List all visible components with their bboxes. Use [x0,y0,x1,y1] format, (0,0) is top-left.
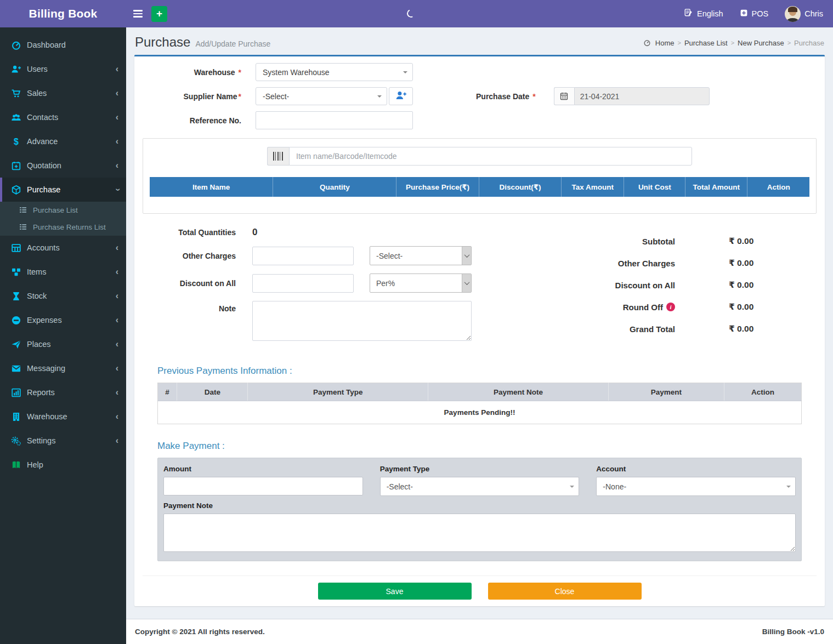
payment-note-label: Payment Note [163,501,796,510]
sidebar-item-contacts[interactable]: Contacts‹ [0,105,126,129]
chevron-left-icon: ‹ [116,436,118,445]
sidebar-item-advance[interactable]: $ Advance‹ [0,129,126,153]
app-logo[interactable]: Billing Book [0,0,126,27]
user-menu[interactable]: Chris [785,6,823,22]
minus-circle-icon [10,315,21,326]
payment-type-select[interactable]: -Select- [380,477,580,496]
pp-col-date: Date [177,383,248,401]
chevron-left-icon: ‹ [116,161,118,170]
sidebar-item-warehouse[interactable]: Warehouse‹ [0,404,126,429]
copyright-text: Copyright © 2021 All rights reserved. [135,628,265,636]
sidebar-item-purchase-list[interactable]: Purchase List [0,202,126,219]
supplier-label: Supplier Name* [143,92,241,101]
previous-payments-title: Previous Payments Information : [157,366,802,377]
breadcrumb-home[interactable]: Home [655,39,675,47]
table-icon [10,242,21,253]
caret-down-icon [786,486,791,490]
chevron-left-icon: ‹ [116,316,118,324]
close-button[interactable]: Close [488,583,642,600]
discount-type-select[interactable]: Per% [370,273,472,293]
breadcrumb: Home > Purchase List > New Purchase > Pu… [643,39,824,47]
save-button[interactable]: Save [318,583,472,600]
envelope-icon [10,363,21,374]
chevron-left-icon: ‹ [116,113,118,122]
account-select[interactable]: -None- [596,477,796,496]
sidebar-item-help[interactable]: Help [0,453,126,477]
form-actions: Save Close [143,575,817,600]
discount-on-all-input[interactable] [252,274,354,293]
purchase-date-group: Purchase Date * [476,87,710,105]
sidebar-item-messaging[interactable]: Messaging‹ [0,356,126,380]
breadcrumb-purchase-list[interactable]: Purchase List [684,39,728,47]
pos-label: POS [752,9,769,18]
pos-link[interactable]: POS [740,9,769,19]
sidebar-item-dashboard[interactable]: Dashboard [0,33,126,57]
payment-note-textarea[interactable] [163,514,796,552]
sidebar-item-settings[interactable]: Settings‹ [0,429,126,453]
other-charges-total-label: Other Charges [618,259,675,268]
amount-label: Amount [163,465,363,473]
other-charges-select[interactable]: -Select- [370,246,472,265]
caret-down-icon [377,95,382,100]
user-name: Chris [804,9,823,18]
other-charges-input[interactable] [252,247,354,265]
select-arrow-icon [462,274,471,292]
total-quantities-label: Total Quantities [143,228,236,237]
discount-total-label: Discount on All [615,281,675,290]
payment-type-label: Payment Type [380,465,580,473]
warehouse-select[interactable]: System Warehouse [256,63,413,81]
sidebar-item-purchase-returns-list[interactable]: Purchase Returns List [0,219,126,236]
sidebar-item-stock[interactable]: Stock‹ [0,284,126,308]
quick-add-button[interactable]: + [151,6,167,22]
sidebar-item-users[interactable]: Users‹ [0,57,126,81]
sidebar-item-accounts[interactable]: Accounts‹ [0,236,126,260]
chevron-left-icon: ‹ [116,65,118,73]
col-unit-cost: Unit Cost [624,177,685,197]
sidebar-item-reports[interactable]: Reports‹ [0,380,126,404]
language-label: English [697,9,723,18]
home-icon [643,39,651,47]
col-tax-amount: Tax Amount [562,177,624,197]
footer: Copyright © 2021 All rights reserved. Bi… [126,619,833,644]
barcode-icon [267,147,289,166]
chevron-left-icon: ‹ [116,267,118,276]
info-icon[interactable] [666,303,675,311]
amount-input[interactable] [163,477,363,495]
sidebar-item-places[interactable]: Places‹ [0,332,126,356]
subtotal-label: Subtotal [642,237,675,246]
gears-icon [10,435,21,446]
sidebar-item-purchase[interactable]: Purchase‹ [0,178,126,202]
purchase-date-input[interactable] [574,87,710,105]
items-box: Item Name Quantity Purchase Price(₹) Dis… [143,138,817,214]
user-plus-icon [10,64,21,75]
language-icon [684,8,693,19]
note-textarea[interactable] [252,301,472,341]
account-label: Account [596,465,796,473]
user-plus-icon [395,90,407,103]
item-search-input[interactable] [289,147,692,166]
col-quantity: Quantity [273,177,396,197]
language-menu[interactable]: English [684,8,723,19]
make-payment-panel: Amount Payment Type -Select- Account -No… [157,458,802,561]
cart-icon [10,88,21,99]
payments-pending-message: Payments Pending!! [158,401,802,424]
supplier-select[interactable]: -Select- [256,87,387,105]
page-subtitle: Add/Update Purchase [195,39,270,48]
add-supplier-button[interactable] [389,87,413,105]
sidebar: Dashboard Users‹ Sales‹ Contacts‹ $ Adva… [0,27,126,644]
sidebar-item-sales[interactable]: Sales‹ [0,81,126,105]
grand-total-value: ₹ 0.00 [729,324,794,334]
sidebar-item-items[interactable]: Items‹ [0,260,126,284]
sidebar-toggle-button[interactable] [126,0,149,27]
reference-input[interactable] [256,111,413,129]
round-off-value: ₹ 0.00 [729,302,794,312]
sidebar-item-quotation[interactable]: Quotation‹ [0,153,126,178]
other-charges-label: Other Charges [143,252,236,260]
calendar-icon[interactable] [554,87,574,105]
sidebar-item-expenses[interactable]: Expenses‹ [0,308,126,332]
pp-col-action: Action [724,383,802,401]
items-table: Item Name Quantity Purchase Price(₹) Dis… [150,177,809,197]
list-icon [19,206,28,215]
chevron-left-icon: ‹ [116,364,118,373]
breadcrumb-new-purchase[interactable]: New Purchase [738,39,784,47]
